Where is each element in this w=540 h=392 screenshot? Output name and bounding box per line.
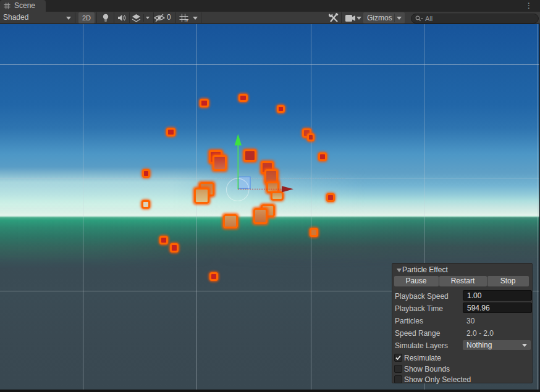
svg-text:Y: Y [185,18,189,22]
